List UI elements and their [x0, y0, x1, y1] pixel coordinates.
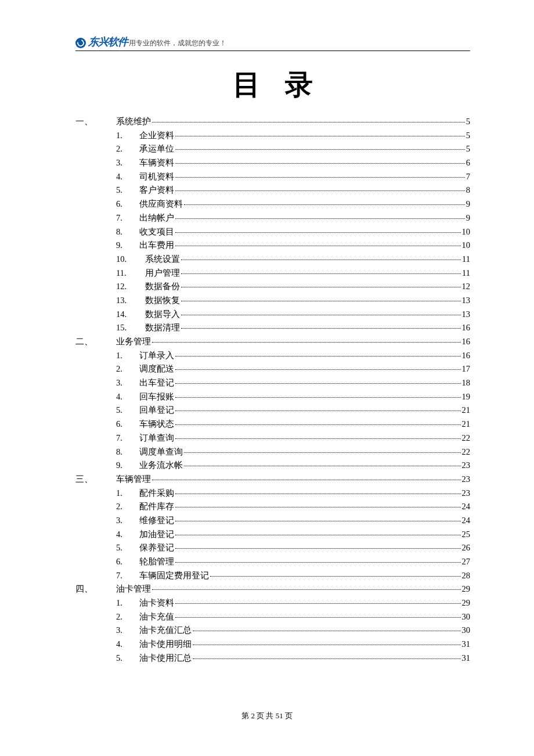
toc-leader [175, 562, 461, 563]
toc-item-row: 5.油卡使用汇总31 [75, 654, 470, 663]
toc-item-page: 27 [462, 557, 471, 566]
toc-item-page: 19 [462, 393, 471, 401]
toc-leader [175, 603, 461, 604]
toc-item-page: 11 [462, 269, 470, 278]
toc-item-page: 18 [462, 379, 471, 387]
toc-item-page: 17 [462, 365, 471, 373]
toc-item-page: 10 [462, 241, 471, 250]
toc-item-row: 6.轮胎管理27 [75, 557, 470, 566]
toc-leader [184, 466, 461, 466]
toc-item-row: 4.加油登记25 [75, 530, 470, 539]
toc-item-row: 11.用户管理11 [75, 269, 470, 278]
toc-item-row: 1.订单录入16 [75, 351, 470, 360]
toc-item-page: 24 [462, 516, 471, 525]
toc-item-page: 5 [466, 131, 470, 140]
toc-leader [175, 369, 461, 370]
toc-item-marker: 11. [116, 269, 139, 278]
toc-leader [152, 589, 461, 590]
page-title: 目录 [100, 66, 470, 103]
toc-item-marker: 2. [116, 502, 139, 511]
toc-item-marker: 1. [116, 351, 139, 360]
brand-slogan: 用专业的软件，成就您的专业！ [129, 38, 226, 49]
toc-item-page: 30 [462, 626, 471, 635]
toc-section-marker: 三、 [75, 475, 116, 484]
toc-section-page: 23 [462, 475, 471, 484]
toc-leader [175, 232, 461, 233]
toc-item-page: 25 [462, 530, 471, 539]
toc-leader [175, 136, 465, 136]
toc-item-row: 4.回车报账19 [75, 393, 470, 401]
toc-leader [193, 645, 461, 645]
toc-item-label: 油卡充值 [139, 613, 174, 621]
toc-item-row: 3.油卡充值汇总30 [75, 626, 470, 635]
toc-item-row: 4.油卡使用明细31 [75, 640, 470, 649]
toc-item-page: 21 [462, 406, 471, 415]
toc-leader [175, 246, 461, 246]
toc-section-label: 系统维护 [116, 117, 151, 126]
toc-item-label: 保养登记 [139, 543, 174, 552]
toc-item-page: 5 [466, 145, 470, 153]
toc-item-label: 轮胎管理 [139, 557, 174, 566]
toc-item-label: 数据恢复 [139, 296, 180, 305]
toc-item-marker: 10. [116, 255, 139, 264]
toc-leader [152, 342, 461, 343]
toc-item-label: 油卡资料 [139, 599, 174, 607]
toc-item-page: 23 [462, 461, 471, 470]
toc-section-marker: 二、 [75, 337, 116, 346]
toc-item-label: 油卡使用明细 [139, 640, 192, 649]
toc-item-marker: 3. [116, 379, 139, 387]
toc-item-row: 6.供应商资料9 [75, 200, 470, 208]
footer-suffix: 页 [283, 711, 293, 720]
toc-item-page: 31 [462, 640, 471, 649]
toc-leader [175, 190, 465, 191]
toc-item-label: 油卡使用汇总 [139, 654, 192, 663]
toc-item-row: 9.业务流水帐23 [75, 461, 470, 470]
toc-leader [175, 218, 465, 219]
toc-item-label: 出纳帐户 [139, 214, 174, 222]
toc-item-marker: 15. [116, 323, 139, 332]
toc-leader [175, 397, 461, 398]
toc-item-row: 7.出纳帐户9 [75, 214, 470, 222]
toc-leader [152, 122, 465, 123]
toc-section-row: 三、车辆管理23 [75, 475, 470, 484]
toc-section-marker: 四、 [75, 585, 116, 593]
toc-item-page: 29 [462, 599, 471, 607]
toc-item-label: 数据导入 [139, 310, 180, 319]
toc-item-page: 31 [462, 654, 471, 663]
toc-item-label: 出车登记 [139, 379, 174, 387]
toc-item-row: 5.客户资料8 [75, 186, 470, 195]
toc-section-page: 29 [462, 585, 471, 593]
toc-leader [210, 576, 461, 577]
toc-leader [175, 383, 461, 384]
toc-item-label: 收支项目 [139, 228, 174, 236]
toc-item-row: 1.油卡资料29 [75, 599, 470, 607]
toc-item-page: 16 [462, 323, 471, 332]
toc-item-marker: 3. [116, 626, 139, 635]
toc-item-row: 12.数据备份12 [75, 282, 470, 291]
brand-logo: 东兴软件 [75, 35, 128, 49]
toc-item-row: 8.收支项目10 [75, 228, 470, 236]
toc-item-marker: 5. [116, 406, 139, 415]
toc-item-marker: 3. [116, 159, 139, 167]
toc-item-page: 7 [466, 172, 470, 181]
toc-item-label: 车辆资料 [139, 159, 174, 167]
toc-item-label: 调度单查询 [139, 448, 183, 456]
toc-item-row: 2.调度配送17 [75, 365, 470, 373]
toc-leader [184, 452, 461, 453]
toc-item-page: 13 [462, 296, 471, 305]
footer-prefix: 第 [241, 711, 251, 720]
page-header: 东兴软件 用专业的软件，成就您的专业！ [75, 35, 470, 51]
toc-leader [193, 631, 461, 631]
toc-item-marker: 6. [116, 557, 139, 566]
toc-item-row: 10.系统设置11 [75, 255, 470, 264]
toc-item-marker: 8. [116, 228, 139, 236]
toc-section-label: 油卡管理 [116, 585, 151, 593]
toc-leader [175, 507, 461, 507]
toc-section-page: 5 [466, 117, 470, 126]
toc-item-row: 7.订单查询22 [75, 434, 470, 442]
toc-item-marker: 12. [116, 282, 139, 291]
toc-section-row: 二、业务管理16 [75, 337, 470, 346]
toc-item-marker: 1. [116, 131, 139, 140]
toc-item-page: 23 [462, 489, 471, 498]
toc-item-row: 3.车辆资料6 [75, 159, 470, 167]
